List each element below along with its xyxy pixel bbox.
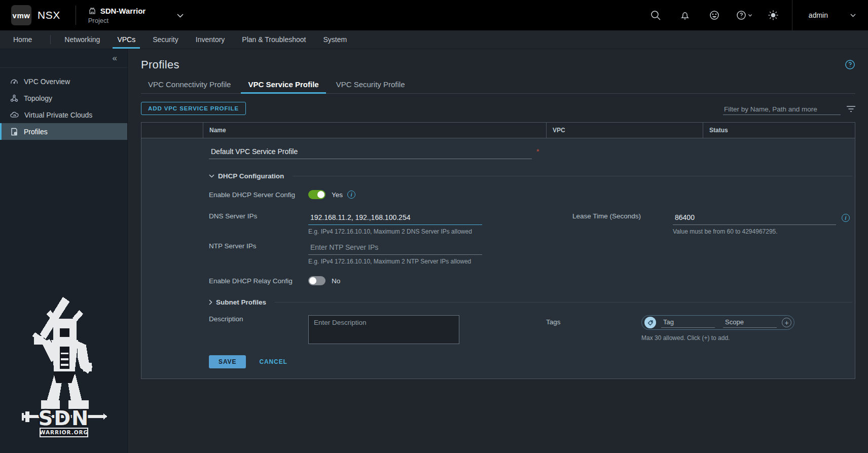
logo-title: SDN xyxy=(39,406,90,430)
tags-helper-text: Max 30 allowed. Click (+) to add. xyxy=(641,334,794,342)
enable-dhcp-relay-row: Enable DHCP Relay Config No xyxy=(209,276,855,285)
user-menu[interactable]: admin xyxy=(792,11,868,19)
sidebar-item-topology[interactable]: Topology xyxy=(0,90,127,106)
lease-helper-text: Value must be from 60 to 4294967295. xyxy=(673,228,850,235)
nav-item-networking[interactable]: Networking xyxy=(56,30,108,49)
dns-helper-text: E.g. IPv4 172.16.10.10, Maximum 2 DNS Se… xyxy=(308,228,482,235)
help-menu-icon[interactable] xyxy=(729,10,758,21)
filter-input[interactable] xyxy=(723,104,841,115)
section-title: Subnet Profiles xyxy=(216,298,266,306)
subnet-profiles-section[interactable]: Subnet Profiles xyxy=(209,298,855,306)
nav-item-security[interactable]: Security xyxy=(144,30,187,49)
nav-item-home[interactable]: Home xyxy=(0,30,45,49)
sidebar-item-vpc-overview[interactable]: VPC Overview xyxy=(0,73,127,90)
dhcp-configuration-section[interactable]: DHCP Configuration xyxy=(209,172,855,180)
ntp-helper-text: E.g. IPv4 172.16.10.10, Maximum 2 NTP Se… xyxy=(308,258,482,265)
toolbar: ADD VPC SERVICE PROFILE xyxy=(141,102,855,115)
search-icon[interactable] xyxy=(641,10,670,21)
sidebar-collapse-icon[interactable]: « xyxy=(113,53,117,63)
chevron-down-icon xyxy=(209,174,214,178)
field-label: Enable DHCP Relay Config xyxy=(209,277,308,285)
header-divider xyxy=(76,6,76,25)
filter-icon[interactable] xyxy=(847,105,855,114)
nsx-app: vmw NSX SDN-Warrior Project xyxy=(0,0,868,453)
theme-sun-icon[interactable] xyxy=(758,10,788,21)
lease-time-input[interactable] xyxy=(673,212,836,225)
project-chevron-down-icon[interactable] xyxy=(177,11,184,20)
sidebar-item-profiles[interactable]: Profiles xyxy=(0,123,127,140)
save-button[interactable]: SAVE xyxy=(209,355,246,368)
add-vpc-service-profile-button[interactable]: ADD VPC SERVICE PROFILE xyxy=(141,102,246,115)
main-nav: Home Networking VPCs Security Inventory … xyxy=(0,30,868,49)
nav-item-plan-troubleshoot[interactable]: Plan & Troubleshoot xyxy=(233,30,314,49)
description-textarea[interactable] xyxy=(308,315,459,344)
sidebar-item-label: Profiles xyxy=(24,128,48,136)
project-icon xyxy=(88,7,96,15)
info-icon[interactable]: i xyxy=(347,191,355,199)
field-label: Tags xyxy=(546,315,641,326)
chevron-right-icon xyxy=(209,299,212,305)
field-label: Lease Time (Seconds) xyxy=(572,212,673,220)
description-tags-row: Description Tags xyxy=(209,315,855,344)
topology-icon xyxy=(10,94,18,102)
add-tag-plus-icon[interactable]: + xyxy=(782,318,791,327)
nav-item-inventory[interactable]: Inventory xyxy=(187,30,234,49)
tag-icon xyxy=(644,317,656,328)
section-divider xyxy=(293,176,852,176)
profile-doc-icon xyxy=(10,128,18,136)
sidebar-menu: VPC Overview Topology Virtual Private Cl… xyxy=(0,67,127,140)
column-header-vpc: VPC xyxy=(546,123,703,138)
table-header-row: Name VPC Status xyxy=(141,123,855,138)
project-type-label: Project xyxy=(88,17,146,24)
ntp-server-ips-input[interactable] xyxy=(308,242,482,255)
username: admin xyxy=(809,11,828,19)
toggle-state-label: Yes xyxy=(332,191,343,199)
vmware-logo: vmw xyxy=(11,5,31,25)
top-header: vmw NSX SDN-Warrior Project xyxy=(0,0,868,30)
sdn-warrior-logo: SDN WARRIOR.ORG xyxy=(19,295,108,439)
dhcp-server-toggle[interactable] xyxy=(308,190,326,199)
brand: vmw NSX xyxy=(0,5,60,25)
tab-vpc-security-profile[interactable]: VPC Security Profile xyxy=(329,80,412,93)
gauge-icon xyxy=(10,78,18,86)
info-icon[interactable]: i xyxy=(842,214,850,222)
dhcp-relay-toggle[interactable] xyxy=(308,276,326,285)
sidebar-item-virtual-private-clouds[interactable]: Virtual Private Clouds xyxy=(0,106,127,123)
profile-edit-row: * DHCP Configuration Enable DHCP Server … xyxy=(141,138,855,379)
cloud-icon xyxy=(10,111,19,119)
main-content: Profiles VPC Connectivity Profile VPC Se… xyxy=(128,49,868,453)
sidebar: « VPC Overview Topology xyxy=(0,49,128,453)
tags-pill: + xyxy=(641,315,794,330)
dns-lease-row: DNS Server IPs E.g. IPv4 172.16.10.10, M… xyxy=(209,212,855,235)
page-help-icon[interactable] xyxy=(845,59,855,72)
tag-input[interactable] xyxy=(661,317,715,328)
cancel-button[interactable]: CANCEL xyxy=(259,358,287,365)
form-actions: SAVE CANCEL xyxy=(209,355,855,368)
field-label: NTP Server IPs xyxy=(209,242,308,250)
product-name: NSX xyxy=(38,9,60,21)
field-label: Description xyxy=(209,315,308,323)
page-title: Profiles xyxy=(141,58,179,71)
tab-vpc-connectivity-profile[interactable]: VPC Connectivity Profile xyxy=(141,80,238,93)
enable-dhcp-server-row: Enable DHCP Server Config Yes i xyxy=(209,190,855,199)
feedback-smiley-icon[interactable] xyxy=(700,10,729,21)
nav-item-vpcs[interactable]: VPCs xyxy=(108,30,144,49)
table-header-spacer xyxy=(141,123,203,138)
section-title: DHCP Configuration xyxy=(218,172,284,180)
section-divider xyxy=(275,302,852,303)
sidebar-item-label: VPC Overview xyxy=(24,78,70,86)
profile-name-input[interactable] xyxy=(209,146,532,159)
project-selector[interactable]: SDN-Warrior Project xyxy=(88,7,146,24)
profiles-table: Name VPC Status * DHCP Configuration xyxy=(141,122,855,379)
ntp-row: NTP Server IPs E.g. IPv4 172.16.10.10, M… xyxy=(209,242,855,265)
sidebar-item-label: Virtual Private Clouds xyxy=(24,111,92,119)
nav-divider xyxy=(50,35,51,44)
scope-input[interactable] xyxy=(723,317,777,328)
notifications-bell-icon[interactable] xyxy=(670,10,700,21)
column-header-name: Name xyxy=(203,123,546,138)
logo-subtitle: WARRIOR.ORG xyxy=(40,429,88,435)
tab-vpc-service-profile[interactable]: VPC Service Profile xyxy=(241,80,326,93)
nav-item-system[interactable]: System xyxy=(314,30,355,49)
dns-server-ips-input[interactable] xyxy=(308,212,482,225)
user-chevron-down-icon xyxy=(850,14,856,17)
